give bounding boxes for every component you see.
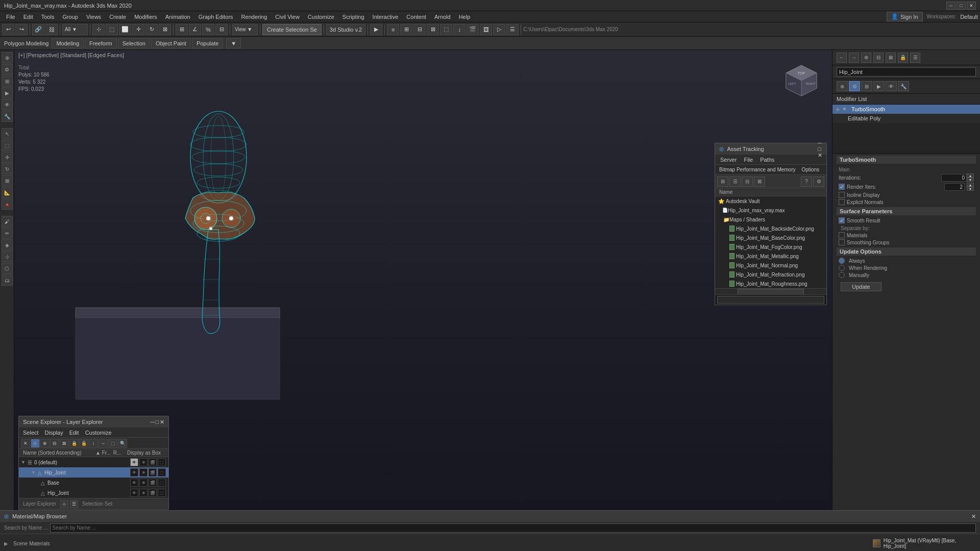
vis-icon[interactable]: 👁 <box>130 458 138 466</box>
vis-icon2[interactable]: 👁 <box>130 468 138 477</box>
se-btn8[interactable]: ↕ <box>89 439 98 448</box>
asset-tracking-scrollbar[interactable] <box>715 288 826 294</box>
render-btn4[interactable]: ☰ <box>506 24 519 35</box>
se-btn3[interactable]: ⊕ <box>40 439 50 448</box>
rp-icon6[interactable]: 🔒 <box>898 53 908 63</box>
update-button[interactable]: Update <box>841 282 881 291</box>
rp-tab-motion[interactable]: ▶ <box>873 81 885 91</box>
se-menu-customize[interactable]: Customize <box>83 429 114 437</box>
scale-button[interactable]: ⊠ <box>159 24 171 35</box>
render-iters-checkbox[interactable]: ✓ <box>839 184 845 190</box>
se-menu-display[interactable]: Display <box>43 429 65 437</box>
sidebar-paint3[interactable]: ◈ <box>2 239 13 251</box>
menu-create[interactable]: Create <box>105 11 130 22</box>
menu-group[interactable]: Group <box>58 11 82 22</box>
explicit-normals-checkbox[interactable] <box>839 199 845 205</box>
rp-icon5[interactable]: ⊠ <box>886 53 896 63</box>
se-btn6[interactable]: 🔒 <box>69 439 79 448</box>
close-button[interactable]: ✕ <box>967 2 976 10</box>
se-bottom-btn2[interactable]: ☰ <box>70 500 78 508</box>
at-row-maps[interactable]: 📁 Maps / Shaders <box>715 215 826 224</box>
sign-in-button[interactable]: 👤 Sign In <box>887 12 922 21</box>
smooth-result-checkbox[interactable]: ✓ <box>839 217 845 223</box>
create-selection-button[interactable]: Create Selection Se <box>262 24 322 35</box>
object-row-hipjoint2[interactable]: △ Hip_Joint 👁 ❄ 🎬 ⬚ <box>19 488 168 498</box>
at-row-fogcolor[interactable]: Hip_Joint_Mat_FogColor.png <box>715 242 826 252</box>
object-name-input[interactable] <box>837 67 976 77</box>
render-icon2[interactable]: 🎬 <box>149 468 157 477</box>
at-maximize[interactable]: □ <box>818 146 822 152</box>
layer-btn2[interactable]: ⊞ <box>400 24 412 35</box>
modifier-turbsmooth[interactable]: ▶ 👁 TurboSmooth <box>832 105 980 114</box>
selection-tab[interactable]: Selection <box>118 38 150 48</box>
mb-material-row[interactable]: Hip_Joint_Mat (VRayMtl) [Base, Hip_Joint… <box>869 537 976 550</box>
at-row-roughness[interactable]: Hip_Joint_Mat_Roughness.png <box>715 279 826 288</box>
se-btn11[interactable]: 🔍 <box>118 439 127 448</box>
at-row-normal[interactable]: Hip_Joint_Mat_Normal.png <box>715 261 826 270</box>
surface-params-header[interactable]: Surface Parameters <box>837 207 976 215</box>
freeform-tab[interactable]: Freeform <box>85 38 117 48</box>
rp-tab-modify[interactable]: ⚙ <box>849 81 860 91</box>
menu-scripting[interactable]: Scripting <box>338 11 369 22</box>
se-minimize-button[interactable]: ─ <box>151 419 155 425</box>
modeling-tab[interactable]: Modeling <box>52 38 84 48</box>
freeze-icon4[interactable]: ❄ <box>139 489 148 497</box>
sidebar-tool3[interactable]: ✛ <box>2 152 13 163</box>
select-object-button[interactable]: ⊹ <box>92 24 105 35</box>
render-btn3[interactable]: ▷ <box>493 24 505 35</box>
freeze-icon2[interactable]: ❄ <box>139 468 148 477</box>
spin-up2[interactable]: ▲ <box>967 183 974 187</box>
sidebar-display-icon[interactable]: 👁 <box>2 99 13 110</box>
always-radio[interactable] <box>839 258 845 264</box>
menu-help[interactable]: Help <box>455 11 475 22</box>
at-tb-btn3[interactable]: ⊟ <box>742 177 753 187</box>
menu-views[interactable]: Views <box>82 11 105 22</box>
at-search-input[interactable] <box>717 296 824 304</box>
at-row-vault[interactable]: ⭐ Autodesk Vault <box>715 196 826 206</box>
vis-icon3[interactable]: 👁 <box>130 479 138 487</box>
materials-checkbox[interactable] <box>839 232 845 238</box>
layer-btn3[interactable]: ⊟ <box>413 24 426 35</box>
at-tb-btn4[interactable]: ⊠ <box>754 177 765 187</box>
se-btn10[interactable]: ⬚ <box>108 439 117 448</box>
spinner-snap-button[interactable]: ⊟ <box>215 24 228 35</box>
menu-civil-view[interactable]: Civil View <box>271 11 303 22</box>
window-crossing-button[interactable]: ⬜ <box>119 24 131 35</box>
sidebar-utilities-icon[interactable]: 🔧 <box>2 111 13 122</box>
layer-btn5[interactable]: ⬚ <box>440 24 452 35</box>
object-row-base[interactable]: △ Base 👁 ❄ 🎬 ⬚ <box>19 478 168 488</box>
layer-btn1[interactable]: ≡ <box>387 24 399 35</box>
modifier-editable-poly[interactable]: Editable Poly <box>832 114 980 123</box>
rp-icon2[interactable]: → <box>849 53 859 63</box>
at-sub-options[interactable]: Options <box>800 166 821 173</box>
render-btn2[interactable]: 🖼 <box>480 24 492 35</box>
at-menu-file[interactable]: File <box>741 156 756 164</box>
sidebar-paint4[interactable]: ⊹ <box>2 251 13 262</box>
at-sub-bitmap[interactable]: Bitmap Performance and Memory <box>717 166 798 173</box>
sidebar-paint6[interactable]: 🗂 <box>2 274 13 286</box>
mb-close[interactable]: ✕ <box>971 513 976 520</box>
undo-button[interactable]: ↩ <box>2 24 14 35</box>
layer-btn6[interactable]: ↕ <box>453 24 465 35</box>
link-button[interactable]: 🔗 <box>32 24 44 35</box>
at-tb-btn2[interactable]: ☰ <box>729 177 741 187</box>
iterations-input[interactable] <box>941 174 967 182</box>
menu-arnold[interactable]: Arnold <box>430 11 455 22</box>
se-btn1[interactable]: ✕ <box>21 439 30 448</box>
rp-tab-display[interactable]: 👁 <box>886 81 897 91</box>
se-btn4[interactable]: ⊟ <box>50 439 59 448</box>
sidebar-paint5[interactable]: ⬡ <box>2 263 13 274</box>
select-move-button[interactable]: ✛ <box>132 24 144 35</box>
box-icon4[interactable]: ⬚ <box>158 489 166 497</box>
se-menu-select[interactable]: Select <box>21 429 41 437</box>
at-tb-help[interactable]: ? <box>801 177 812 187</box>
box-icon[interactable]: ⬚ <box>158 458 166 466</box>
scene-explorer-title[interactable]: Scene Explorer - Layer Explorer ─ □ ✕ <box>19 416 168 428</box>
nav-cube[interactable]: TOP RIGHT LEFT <box>781 60 822 101</box>
menu-modifiers[interactable]: Modifiers <box>130 11 161 22</box>
render-btn1[interactable]: 🎬 <box>467 24 479 35</box>
se-bottom-btn1[interactable]: ⊹ <box>60 500 68 508</box>
unlink-button[interactable]: ⛓ <box>45 24 58 35</box>
menu-file[interactable]: File <box>2 11 19 22</box>
snap-button[interactable]: ⊞ <box>176 24 188 35</box>
